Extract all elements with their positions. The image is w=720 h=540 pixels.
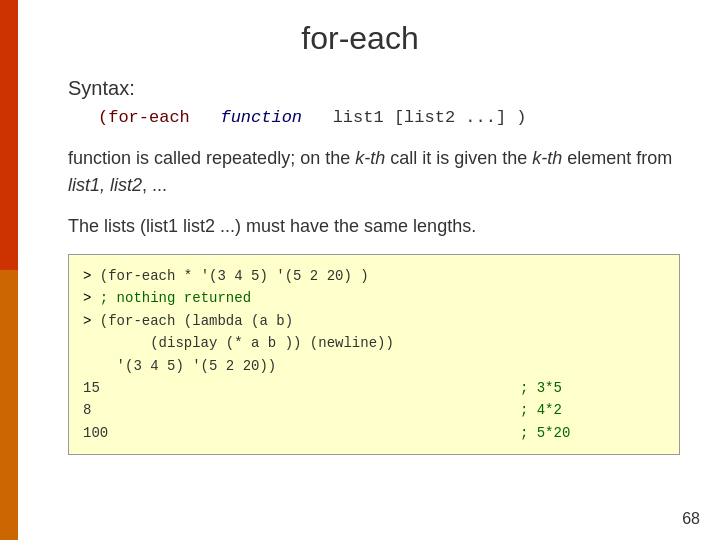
comment-8: ; 5*20 — [520, 425, 570, 441]
slide-content: for-each Syntax: (for-each function list… — [68, 20, 680, 455]
code-line-4: (display (* a b )) (newline)) — [83, 332, 665, 354]
output-15: 15 — [83, 380, 100, 396]
bar-bottom — [0, 270, 18, 540]
code-4: (display (* a b )) (newline)) — [83, 335, 394, 351]
description-1: function is called repeatedly; on the k-… — [68, 145, 680, 199]
bar-top — [0, 0, 18, 270]
prompt-2: > — [83, 290, 100, 306]
code-line-6: 15 ; 3*5 — [83, 377, 665, 399]
code-line-8: 100 ; 5*20 — [83, 422, 665, 444]
code-5: '(3 4 5) '(5 2 20)) — [83, 358, 276, 374]
code-line-2: > ; nothing returned — [83, 287, 665, 309]
keyword-for-each: (for-each — [98, 108, 190, 127]
syntax-label: Syntax: — [68, 77, 680, 100]
color-bar — [0, 0, 18, 540]
spacing-2 — [100, 402, 512, 418]
slide-title: for-each — [40, 20, 680, 57]
prompt-1: > — [83, 268, 100, 284]
syntax-code: (for-each function list1 [list2 ...] ) — [98, 108, 680, 127]
comment-7: ; 4*2 — [520, 402, 562, 418]
keyword-function: function — [220, 108, 302, 127]
spacing-3 — [117, 425, 512, 441]
comment-2: ; nothing returned — [100, 290, 251, 306]
code-example: > (for-each * '(3 4 5) '(5 2 20) ) > ; n… — [68, 254, 680, 455]
code-line-3: > (for-each (lambda (a b) — [83, 310, 665, 332]
code-line-7: 8 ; 4*2 — [83, 399, 665, 421]
code-line-1: > (for-each * '(3 4 5) '(5 2 20) ) — [83, 265, 665, 287]
desc1-text: function is called repeatedly; on the k-… — [68, 148, 672, 195]
page-number: 68 — [682, 510, 700, 528]
comment-6: ; 3*5 — [520, 380, 562, 396]
output-8: 8 — [83, 402, 91, 418]
description-2: The lists (list1 list2 ...) must have th… — [68, 213, 680, 240]
desc2-text: The lists (list1 list2 ...) must have th… — [68, 216, 476, 236]
code-1: (for-each * '(3 4 5) '(5 2 20) ) — [100, 268, 369, 284]
spacing-1 — [108, 380, 511, 396]
syntax-text: (for-each function list1 [list2 ...] ) — [98, 108, 527, 127]
code-3: (for-each (lambda (a b) — [100, 313, 293, 329]
syntax-args: list1 [list2 ...] ) — [333, 108, 527, 127]
prompt-3: > — [83, 313, 100, 329]
code-line-5: '(3 4 5) '(5 2 20)) — [83, 355, 665, 377]
output-100: 100 — [83, 425, 108, 441]
slide: for-each Syntax: (for-each function list… — [0, 0, 720, 540]
